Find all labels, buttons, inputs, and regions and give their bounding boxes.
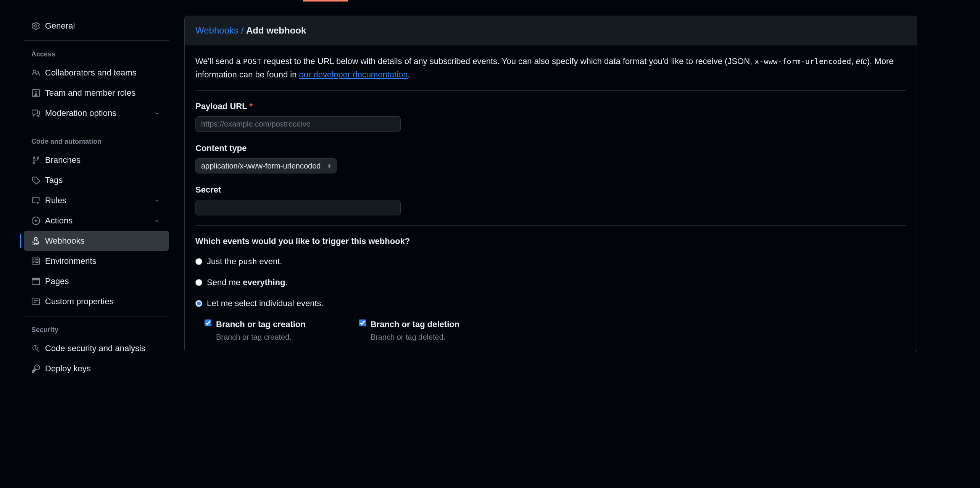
radio-label-push[interactable]: Just the push event. <box>207 255 282 268</box>
doc-link[interactable]: our developer documentation <box>299 70 408 79</box>
breadcrumb-sep: / <box>241 25 244 35</box>
key-icon <box>31 364 40 373</box>
checkbox-branch-creation[interactable] <box>205 319 211 326</box>
browser-icon <box>31 277 40 286</box>
radio-label-select[interactable]: Let me select individual events. <box>207 297 324 310</box>
play-icon <box>31 216 40 225</box>
breadcrumb-parent[interactable]: Webhooks <box>195 25 239 35</box>
sidebar-item-label: Code security and analysis <box>45 342 161 355</box>
sidebar-item-label: Actions <box>45 214 154 227</box>
payload-url-input[interactable] <box>195 116 401 132</box>
divider <box>24 316 169 316</box>
sidebar-item-label: Branches <box>45 154 161 166</box>
radio-everything[interactable] <box>195 279 202 286</box>
breadcrumb-current: Add webhook <box>246 25 306 35</box>
sidebar-item-rules[interactable]: Rules <box>24 190 169 210</box>
people-icon <box>31 68 40 77</box>
top-loading-bar <box>0 0 980 4</box>
breadcrumb: Webhooks / Add webhook <box>185 16 917 45</box>
secret-label: Secret <box>195 183 906 196</box>
content-type-label: Content type <box>195 142 906 154</box>
event-desc: Branch or tag deleted. <box>371 331 459 343</box>
sidebar-section-security: Security <box>24 321 169 338</box>
settings-sidebar: General Access Collaborators and teams T… <box>0 16 177 379</box>
sidebar-section-code: Code and automation <box>24 133 169 150</box>
gear-icon <box>31 21 40 30</box>
radio-option-select[interactable]: Let me select individual events. <box>195 297 906 310</box>
sidebar-item-label: Pages <box>45 275 161 287</box>
sidebar-item-deploy-keys[interactable]: Deploy keys <box>24 358 169 379</box>
required-asterisk: * <box>249 101 253 111</box>
code-post: POST <box>243 57 261 66</box>
payload-url-label: Payload URL * <box>195 100 906 112</box>
event-item-creation[interactable]: Branch or tag creation Branch or tag cre… <box>205 318 306 343</box>
chevron-down-icon <box>154 197 161 204</box>
event-name: Branch or tag creation <box>216 318 306 331</box>
id-badge-icon <box>31 88 40 98</box>
radio-select[interactable] <box>195 300 202 307</box>
divider <box>195 90 906 91</box>
events-heading: Which events would you like to trigger t… <box>195 235 906 247</box>
sidebar-item-actions[interactable]: Actions <box>24 210 169 231</box>
event-desc: Branch or tag created. <box>216 331 306 343</box>
sidebar-item-label: Rules <box>45 194 154 207</box>
tag-icon <box>31 176 40 185</box>
sidebar-item-label: Deploy keys <box>45 362 161 375</box>
comment-discussion-icon <box>31 109 40 118</box>
sidebar-item-label: Tags <box>45 174 161 186</box>
server-icon <box>31 257 40 266</box>
intro-text: We'll send a POST request to the URL bel… <box>195 55 906 81</box>
sidebar-item-label: Collaborators and teams <box>45 66 161 79</box>
sidebar-item-team-roles[interactable]: Team and member roles <box>24 83 169 103</box>
repo-push-icon <box>31 196 40 205</box>
main-content: Webhooks / Add webhook We'll send a POST… <box>177 16 980 379</box>
chevron-down-icon <box>154 217 161 225</box>
sidebar-item-environments[interactable]: Environments <box>24 251 169 271</box>
sidebar-item-label: Moderation options <box>45 107 154 119</box>
codescan-icon <box>31 344 40 353</box>
code-urlencoded: x-www-form-urlencoded <box>754 57 851 66</box>
divider <box>24 40 169 41</box>
sidebar-item-label: General <box>45 19 161 32</box>
radio-option-everything[interactable]: Send me everything. <box>195 276 906 289</box>
git-branch-icon <box>31 156 40 165</box>
checkbox-branch-deletion[interactable] <box>359 319 366 326</box>
radio-push[interactable] <box>195 258 202 265</box>
chevron-down-icon <box>154 109 161 117</box>
radio-option-push[interactable]: Just the push event. <box>195 255 906 268</box>
sidebar-item-code-security[interactable]: Code security and analysis <box>24 338 169 358</box>
note-icon <box>31 297 40 306</box>
sidebar-item-label: Webhooks <box>45 234 161 247</box>
sidebar-item-label: Custom properties <box>45 295 161 308</box>
webhook-panel: Webhooks / Add webhook We'll send a POST… <box>184 16 917 352</box>
sidebar-item-pages[interactable]: Pages <box>24 271 169 291</box>
divider <box>24 128 169 128</box>
divider <box>195 225 906 226</box>
radio-label-everything[interactable]: Send me everything. <box>207 276 288 289</box>
secret-input[interactable] <box>195 200 401 215</box>
event-name: Branch or tag deletion <box>371 318 459 331</box>
sidebar-item-moderation[interactable]: Moderation options <box>24 103 169 123</box>
content-type-select[interactable]: application/x-www-form-urlencoded <box>195 158 337 173</box>
webhook-icon <box>31 236 40 246</box>
sidebar-item-general[interactable]: General <box>24 16 169 36</box>
sidebar-item-tags[interactable]: Tags <box>24 170 169 190</box>
event-item-deletion[interactable]: Branch or tag deletion Branch or tag del… <box>359 318 459 343</box>
sidebar-item-custom-properties[interactable]: Custom properties <box>24 291 169 311</box>
sidebar-item-label: Team and member roles <box>45 87 161 99</box>
sidebar-item-collaborators[interactable]: Collaborators and teams <box>24 63 169 83</box>
sidebar-section-access: Access <box>24 45 169 63</box>
sidebar-item-branches[interactable]: Branches <box>24 150 169 170</box>
sidebar-item-label: Environments <box>45 255 161 267</box>
sidebar-item-webhooks[interactable]: Webhooks <box>24 231 169 251</box>
